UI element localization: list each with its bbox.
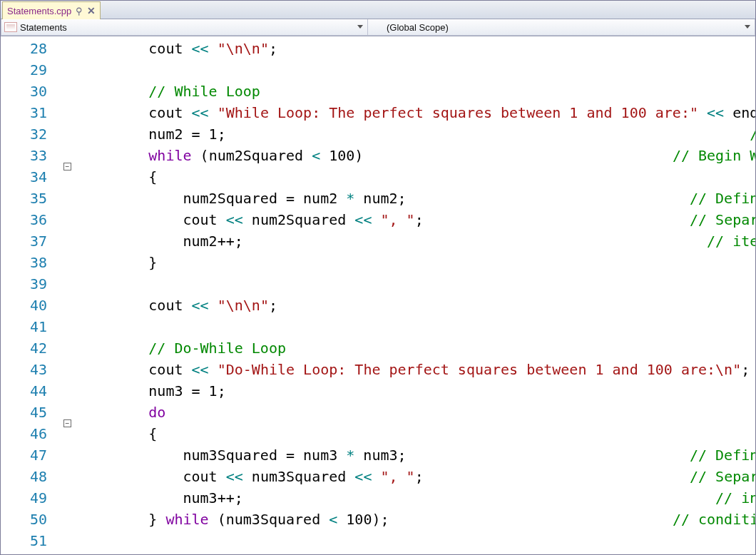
tab-strip: Statements.cpp ⚲ ✕	[1, 1, 755, 19]
code-text[interactable]: }	[74, 254, 755, 271]
code-text[interactable]: num3++; // increment	[74, 489, 755, 506]
line-number: 34	[16, 168, 56, 185]
code-line[interactable]: 45− do // Begin Do-While Loop	[1, 402, 755, 423]
line-number: 40	[16, 297, 56, 314]
chevron-down-icon	[745, 25, 750, 29]
code-line[interactable]: 31 cout << "While Loop: The perfect squa…	[1, 102, 755, 123]
line-number: 44	[16, 382, 56, 399]
line-number: 45	[16, 404, 56, 421]
code-text[interactable]: cout << "While Loop: The perfect squares…	[74, 104, 755, 121]
code-lines[interactable]: 28 cout << "\n\n";2930 // While Loop31 c…	[1, 36, 755, 554]
line-number: 41	[16, 318, 56, 335]
project-icon	[4, 22, 17, 32]
code-line[interactable]: 47 num3Squared = num3 * num3; // Definit…	[1, 444, 755, 466]
line-number: 51	[16, 532, 56, 549]
dropdown-right-text: (Global Scope)	[387, 22, 449, 33]
line-number: 38	[16, 254, 56, 271]
line-number: 36	[16, 211, 56, 228]
code-line[interactable]: 28 cout << "\n\n";	[1, 38, 755, 59]
line-number: 31	[16, 104, 56, 121]
code-line[interactable]: 46 {	[1, 423, 755, 444]
code-text[interactable]: while (num2Squared < 100) // Begin While…	[74, 147, 755, 164]
code-line[interactable]: 43 cout << "Do-While Loop: The perfect s…	[1, 359, 755, 380]
code-line[interactable]: 51	[1, 530, 755, 551]
line-number: 39	[16, 275, 56, 292]
code-text[interactable]: num3 = 1; // initialize	[74, 382, 755, 399]
code-line[interactable]: 37 num2++; // iterator	[1, 230, 755, 252]
code-line[interactable]: 42 // Do-While Loop	[1, 337, 755, 359]
line-number: 46	[16, 425, 56, 442]
line-number: 49	[16, 489, 56, 506]
navigation-bar: Statements (Global Scope)	[1, 19, 755, 36]
code-text[interactable]: num2++; // iterator	[74, 233, 755, 250]
code-text[interactable]: } while (num3Squared < 100); // conditio…	[74, 511, 755, 528]
code-text[interactable]: cout << "\n\n";	[74, 40, 755, 57]
code-line[interactable]: 36 cout << num2Squared << ", "; // Separ…	[1, 209, 755, 230]
scope-dropdown-global[interactable]: (Global Scope)	[368, 19, 755, 36]
code-text[interactable]: {	[74, 168, 755, 185]
line-number: 47	[16, 447, 56, 464]
code-text[interactable]: // Do-While Loop	[74, 340, 755, 357]
scope-dropdown-project[interactable]: Statements	[1, 19, 368, 36]
line-number: 30	[16, 83, 56, 100]
code-line[interactable]: 48 cout << num3Squared << ", "; // Separ…	[1, 466, 755, 487]
line-number: 43	[16, 361, 56, 378]
line-number: 29	[16, 61, 56, 78]
line-number: 28	[16, 40, 56, 57]
dropdown-left-text: Statements	[20, 22, 67, 33]
code-line[interactable]: 40 cout << "\n\n";	[1, 295, 755, 316]
code-line[interactable]: 34 {	[1, 166, 755, 188]
tab-label: Statements.cpp	[7, 6, 71, 16]
code-line[interactable]: 30 // While Loop	[1, 81, 755, 102]
fold-toggle-icon[interactable]: −	[63, 163, 71, 170]
code-line[interactable]: 41	[1, 316, 755, 337]
code-text[interactable]: num3Squared = num3 * num3; // Definition…	[74, 447, 755, 464]
line-number: 32	[16, 126, 56, 143]
code-line[interactable]: 38 }	[1, 252, 755, 273]
line-number: 35	[16, 190, 56, 207]
code-line[interactable]: 44 num3 = 1; // initialize	[1, 380, 755, 402]
fold-toggle-icon[interactable]: −	[63, 419, 71, 427]
line-number: 50	[16, 511, 56, 528]
line-number: 37	[16, 233, 56, 250]
code-text[interactable]: num2Squared = num2 * num2; // Definition…	[74, 190, 755, 207]
code-text[interactable]: cout << num3Squared << ", "; // Separate…	[74, 468, 755, 485]
code-line[interactable]: 32 num2 = 1; // initialize	[1, 123, 755, 145]
code-line[interactable]: 39	[1, 273, 755, 295]
pin-icon[interactable]: ⚲	[76, 6, 83, 16]
code-line[interactable]: 33− while (num2Squared < 100) // Begin W…	[1, 145, 755, 166]
close-icon[interactable]: ✕	[87, 5, 96, 16]
code-line[interactable]: 29	[1, 59, 755, 81]
code-text[interactable]: num2 = 1; // initialize	[74, 126, 755, 143]
line-number: 33	[16, 147, 56, 164]
code-text[interactable]: {	[74, 425, 755, 442]
tab-statements-cpp[interactable]: Statements.cpp ⚲ ✕	[2, 1, 101, 19]
code-text[interactable]: cout << "Do-While Loop: The perfect squa…	[74, 361, 755, 378]
code-line[interactable]: 50 } while (num3Squared < 100); // condi…	[1, 509, 755, 530]
line-number: 48	[16, 468, 56, 485]
code-line[interactable]: 35 num2Squared = num2 * num2; // Definit…	[1, 188, 755, 209]
code-text[interactable]: cout << "\n\n";	[74, 297, 755, 314]
code-text[interactable]: do // Begin Do-While Loop	[74, 404, 755, 421]
code-text[interactable]: // While Loop	[74, 83, 755, 100]
code-line[interactable]: 49 num3++; // increment	[1, 487, 755, 509]
code-text[interactable]: cout << num2Squared << ", "; // Separate…	[74, 211, 755, 228]
editor-window: Statements.cpp ⚲ ✕ Statements (Global Sc…	[0, 0, 756, 555]
code-editor[interactable]: 28 cout << "\n\n";2930 // While Loop31 c…	[1, 36, 755, 554]
chevron-down-icon	[357, 25, 363, 29]
line-number: 42	[16, 340, 56, 357]
